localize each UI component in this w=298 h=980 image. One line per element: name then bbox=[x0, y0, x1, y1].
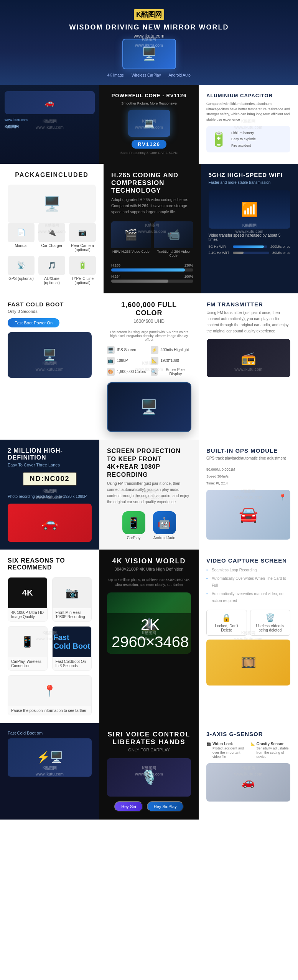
spec-res-label: 1920*1080 bbox=[161, 358, 179, 363]
speed-5g-value: 200M/s or so bbox=[270, 245, 290, 249]
video-preview-new: 🎬 bbox=[111, 221, 151, 248]
hidef-bottom-section: Fast Cold Boot om ⚡🖥️ K酷图网www.ikutu.com bbox=[0, 723, 99, 820]
package-icon-manual: 📄 bbox=[8, 223, 35, 242]
reason-4k-img: 4K bbox=[8, 578, 47, 608]
speed-row-5g: 5G Hz WiFi 200M/s or so bbox=[209, 245, 291, 249]
row-hidef-projection-gps: 2 MILLION HIGH-DEFINITION Easy To Cover … bbox=[0, 440, 298, 550]
progress-265-label: H.265 130% bbox=[111, 263, 193, 267]
capture-useless-label: Useless Video is being deleted bbox=[254, 624, 287, 632]
reason-camera: 📷 Front Min Rear 1080P Recording bbox=[52, 577, 92, 622]
hero-brand-label: K酷图网 bbox=[5, 124, 95, 129]
siri-section: SIRI VOICE CONTROL LIBERATES HANDS ONLY … bbox=[99, 723, 199, 820]
cold-boot-device: 🖥️ bbox=[8, 332, 92, 378]
spec-colors-label: 1,600,000 Colors bbox=[117, 370, 146, 374]
reason-position-img: 📍 bbox=[8, 676, 91, 706]
package-item-camera: 📷 Rear Camera (optional) bbox=[69, 223, 96, 252]
cold-boot-button[interactable]: Fast Boot Power On bbox=[8, 318, 59, 327]
spec-pixel: 🔍 Super Pixel Display bbox=[151, 368, 191, 376]
spec-highlight-icon: ⚡ bbox=[151, 346, 158, 354]
package-icon-typec: 🔋 bbox=[69, 256, 96, 275]
reason-camera-img: 📷 bbox=[53, 578, 92, 608]
hero-small-label: www.ikutu.com bbox=[5, 118, 95, 122]
hidef-bottom-visual: ⚡🖥️ bbox=[8, 738, 92, 777]
cold-boot-section: FAST COLD BOOT Only 3 Seconds Fast Boot … bbox=[0, 293, 99, 440]
android-wrap: 🤖 Android Auto bbox=[153, 511, 176, 540]
progress-265-codec: H.265 bbox=[111, 263, 120, 267]
siri-btn-row: Hey Siri Hey SiriPlay bbox=[107, 801, 191, 812]
gps-pin-icon: 📍 bbox=[279, 494, 286, 501]
speed-24g-fill bbox=[233, 252, 244, 254]
film-strip-visual: 🎞️ bbox=[206, 640, 290, 686]
hero-device-image: 🖥️ bbox=[122, 39, 176, 69]
reason-coldboot-img: FastCold Boot bbox=[53, 627, 92, 657]
wifi-section: 5GHZ HIGH-SPEED WIFI Faster and more sta… bbox=[201, 164, 298, 293]
android-label: Android Auto bbox=[153, 536, 176, 540]
speed-bars: 5G Hz WiFi 200M/s or so 2.4G Hz WiFi 30M… bbox=[209, 245, 291, 255]
progress-264-track bbox=[111, 280, 193, 283]
package-label-typec: TYPE-C Line (optional) bbox=[69, 276, 96, 285]
speed-row-24g: 2.4G Hz WiFi 30M/s or so bbox=[209, 251, 291, 255]
app-icons-row: 📱 CarPlay 🤖 Android Auto bbox=[107, 511, 191, 540]
android-icon: 🤖 bbox=[153, 511, 176, 534]
cold-boot-subtitle: Only 3 Seconds bbox=[8, 309, 92, 314]
package-label-gps: GPS (optional) bbox=[8, 276, 35, 281]
capture-useless: 🗑️ Useless Video is being deleted bbox=[250, 610, 291, 636]
reason-carplay-label: CarPlay, Wireless Connection bbox=[8, 657, 47, 670]
package-icon-camera: 📷 bbox=[69, 223, 96, 242]
speed-5g-track bbox=[233, 245, 267, 248]
al-label-1: Lithium battery bbox=[231, 130, 256, 136]
delete-icon: 🗑️ bbox=[254, 613, 287, 622]
fm-visual: 📻 bbox=[207, 339, 291, 377]
spec-colors: 🎨 1,600,000 Colors bbox=[107, 368, 148, 376]
battery-visual: 🔋 Lithium battery Easy to explode Fire a… bbox=[206, 126, 290, 152]
package-item-manual: 📄 Manual bbox=[8, 223, 35, 252]
cold-boot-title: FAST COLD BOOT bbox=[8, 301, 92, 308]
package-items-grid: 📄 Manual 🔌 Car Charger 📷 Rear Camera (op… bbox=[8, 223, 96, 285]
h265-section: H.265 CODING AND COMPRESSION TECHNOLOGY … bbox=[104, 164, 201, 293]
progress-265-value: 130% bbox=[184, 263, 193, 267]
vcapture-title: VIDEO CAPTURE SCREEN bbox=[206, 557, 290, 564]
progress-264-fill bbox=[111, 280, 168, 283]
fm-text: Using FM transmitter (just pair it once,… bbox=[207, 310, 291, 334]
lock-icon: 🔒 bbox=[210, 613, 244, 622]
chip-visual: 💻 bbox=[128, 110, 170, 137]
reason-coldboot-label: Fast ColdBoot On In 3 Seconds bbox=[53, 657, 92, 670]
gps-spec1: 50,000M, 0.0001M bbox=[206, 466, 290, 473]
progress-264-codec: H.264 bbox=[111, 275, 120, 278]
progress-264: H.264 100% bbox=[111, 275, 193, 283]
carplay-label: CarPlay bbox=[122, 536, 145, 540]
progress-264-value: 100% bbox=[184, 275, 193, 278]
package-title: PACKAGEINCLUDED bbox=[8, 172, 96, 178]
hero-feature-2: Wireless CarPlay bbox=[132, 73, 161, 77]
gravity-icon: 📐 bbox=[250, 742, 255, 746]
gsensor-gravity: 📐 Gravity Sensor Sensitivity adjustable … bbox=[250, 742, 291, 759]
spec-1080p-label: 1080P bbox=[117, 358, 128, 363]
reason-camera-label: Front Min Rear 1080P Recording bbox=[53, 608, 92, 621]
projection-section: SCREEN PROJECTION TO KEEP FRONT 4K+REAR … bbox=[99, 440, 199, 550]
siri-hey-button[interactable]: Hey Siri bbox=[114, 801, 143, 812]
spec-pixel-label: Super Pixel Display bbox=[160, 368, 191, 376]
vcapture-feature-2: Automatically Overwrites When The Card I… bbox=[206, 574, 290, 590]
spec-ips-label: IPS Screen bbox=[117, 348, 137, 352]
package-label-charger: Car Charger bbox=[38, 244, 65, 248]
gps-spec3: Time: PI, 2:14 bbox=[206, 480, 290, 487]
spec-1080p-icon: 📺 bbox=[107, 357, 115, 365]
logo-area: K酷图网 bbox=[8, 9, 290, 20]
siri-title: SIRI VOICE CONTROL LIBERATES HANDS bbox=[107, 731, 191, 746]
speed-5g-fill bbox=[233, 245, 264, 248]
progress-265: H.265 130% bbox=[111, 263, 193, 272]
gps-visual: 🚘 📍 bbox=[206, 490, 290, 540]
col-aluminium: ALUMINIUM CAPACITOR Compared with lithiu… bbox=[199, 85, 298, 164]
vision4k-img: 🏔️ 2K 2960×3468 bbox=[107, 592, 191, 654]
package-item-charger: 🔌 Car Charger bbox=[38, 223, 65, 252]
col-left-hero-bottom: 🚗 www.ikutu.com K酷图网 K酷图网www.ikutu.com bbox=[0, 85, 99, 164]
siri-ok-button[interactable]: Hey SiriPlay bbox=[147, 801, 184, 812]
speed-24g-label: 2.4G Hz WiFi bbox=[209, 251, 230, 255]
progress-264-label: H.264 100% bbox=[111, 275, 193, 278]
spec-res-icon: 📐 bbox=[151, 357, 158, 365]
gps-section: BUILT-IN GPS MODULE GPS track playback/a… bbox=[199, 440, 298, 550]
gsensor-videolock-label: Video Lock bbox=[212, 742, 233, 746]
spec-ips: 🖥️ IPS Screen bbox=[107, 346, 148, 354]
k-logo: K酷图网 bbox=[134, 9, 164, 20]
siri-sub: ONLY FOR CARPLAY bbox=[107, 748, 191, 752]
